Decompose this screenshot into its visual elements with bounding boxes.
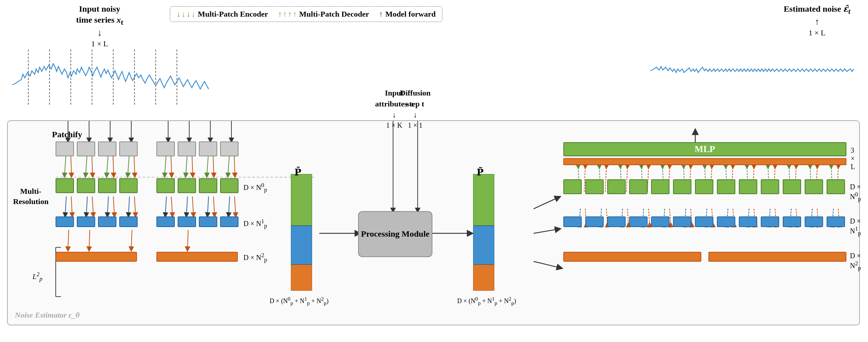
svg-line-33	[65, 197, 66, 215]
svg-line-28	[192, 156, 193, 175]
pbar-blue	[291, 226, 312, 265]
right-orange-1	[563, 252, 701, 262]
right-green-2	[585, 179, 604, 194]
patch-box-6	[178, 141, 196, 156]
svg-line-45	[207, 197, 208, 215]
svg-line-91	[649, 209, 650, 225]
dim-3L: 3 × L	[851, 146, 859, 171]
svg-line-51	[131, 230, 132, 249]
svg-line-49	[68, 230, 69, 249]
dim-np1: D × N1p	[243, 218, 267, 230]
right-green-9	[739, 179, 757, 194]
svg-line-93	[669, 209, 671, 225]
right-blue-9	[739, 216, 757, 227]
estimated-line1: Estimated noise ε̂t	[784, 4, 850, 16]
diff-arrow: ↓	[400, 110, 431, 121]
blue-box-2	[77, 216, 95, 227]
svg-line-52	[188, 230, 188, 249]
diff-line1: Diffusion	[400, 88, 431, 99]
svg-line-38	[113, 197, 114, 215]
ptilde-container	[473, 174, 494, 291]
decoder-down-2: ↑	[293, 10, 297, 19]
green-box-4	[119, 178, 138, 193]
input-label: Input noisy time series xt ↓ 1 × L	[76, 4, 123, 49]
right-blue-12	[805, 216, 823, 227]
patch-box-8	[220, 141, 238, 156]
decoder-up-2: ↑	[288, 10, 292, 19]
multi-res-text: Multi-Resolution	[13, 187, 48, 206]
processing-module-text: Processing Module	[361, 228, 430, 239]
encoder-arrows: ↓ ↓ ↓ ↓	[177, 10, 195, 19]
svg-line-26	[171, 156, 172, 175]
svg-line-19	[86, 156, 87, 175]
svg-line-25	[165, 156, 166, 175]
decoder-legend: ↑ ↑ ↑ ↑ Multi-Patch Decoder	[278, 10, 369, 19]
svg-line-56	[534, 229, 558, 233]
right-blue-10	[761, 216, 779, 227]
encoder-up-arrow-2: ↓	[191, 10, 195, 19]
input-waveform-area	[11, 50, 209, 106]
svg-line-34	[71, 197, 72, 215]
svg-line-39	[128, 197, 130, 215]
input-dim: 1 × L	[76, 39, 123, 49]
noise-estimator-text: Noise Estimator ε_θ	[15, 311, 80, 319]
pbar-green	[291, 174, 312, 226]
main-container: ↓ ↓ ↓ ↓ Multi-Patch Encoder ↑ ↑ ↑ ↑ Mult…	[0, 0, 868, 342]
green-box-7	[199, 178, 217, 193]
orange-box-1	[56, 252, 137, 262]
dim-np0: D × N0p	[243, 182, 267, 193]
pbar-orange	[291, 265, 312, 291]
ptilde-dim-label: D × (N0p + N1p + N2p)	[457, 296, 516, 306]
mlp-top-bar: MLP	[563, 142, 846, 156]
orange-box-2	[156, 252, 238, 262]
diffusion-step-label: Diffusion step t ↓ 1 × 1	[400, 88, 431, 130]
right-blue-5	[651, 216, 669, 227]
forward-label: Model forward	[385, 10, 436, 19]
patchify-text: Patchify	[52, 130, 82, 139]
pbar-container	[291, 174, 312, 291]
blue-box-5	[156, 216, 175, 227]
pbar-dim-label: D × (N0p + N1p + N2p)	[270, 296, 328, 306]
input-arrow: ↓	[76, 27, 123, 39]
svg-line-47	[229, 197, 230, 215]
forward-legend: ↑ Model forward	[379, 10, 436, 19]
svg-line-29	[207, 156, 208, 175]
right-green-5	[651, 179, 669, 194]
decoder-label: Multi-Patch Decoder	[299, 10, 369, 19]
svg-line-17	[64, 156, 66, 175]
svg-line-63	[626, 167, 627, 192]
right-green-8	[717, 179, 735, 194]
right-green-11	[783, 179, 801, 194]
svg-line-89	[627, 209, 628, 225]
patch-box-1	[56, 141, 74, 156]
multi-resolution-label: Multi-Resolution	[11, 186, 50, 207]
blue-box-3	[98, 216, 116, 227]
encoder-up-arrow-1: ↓	[182, 10, 185, 19]
decoder-down-1: ↑	[283, 10, 287, 19]
decoder-up-1: ↑	[278, 10, 282, 19]
blue-box-4	[119, 216, 138, 227]
right-blue-8	[717, 216, 735, 227]
ptilde-label: P̃	[477, 167, 484, 178]
architecture-box: Noise Estimator ε_θ Patchify Multi-Resol…	[7, 120, 860, 325]
green-box-1	[56, 178, 74, 193]
svg-line-22	[113, 156, 114, 175]
svg-line-27	[186, 156, 187, 175]
right-green-3	[607, 179, 626, 194]
dim-np2: D × N2p	[243, 252, 267, 263]
svg-line-35	[86, 197, 87, 215]
input-line1: Input noisy	[76, 4, 123, 15]
right-dim-np0: D × N0p	[850, 183, 861, 203]
ptilde-blue	[473, 226, 494, 265]
estimated-waveform-area	[649, 46, 854, 92]
blue-box-8	[220, 216, 238, 227]
pbar-label: P̄	[294, 167, 301, 178]
green-box-3	[98, 178, 116, 193]
input-waveform-svg	[11, 50, 209, 106]
svg-line-36	[92, 197, 93, 215]
svg-line-50	[89, 230, 90, 249]
right-blue-11	[783, 216, 801, 227]
estimated-arrow: ↑	[784, 16, 850, 28]
svg-line-21	[107, 156, 108, 175]
svg-line-48	[235, 197, 236, 215]
